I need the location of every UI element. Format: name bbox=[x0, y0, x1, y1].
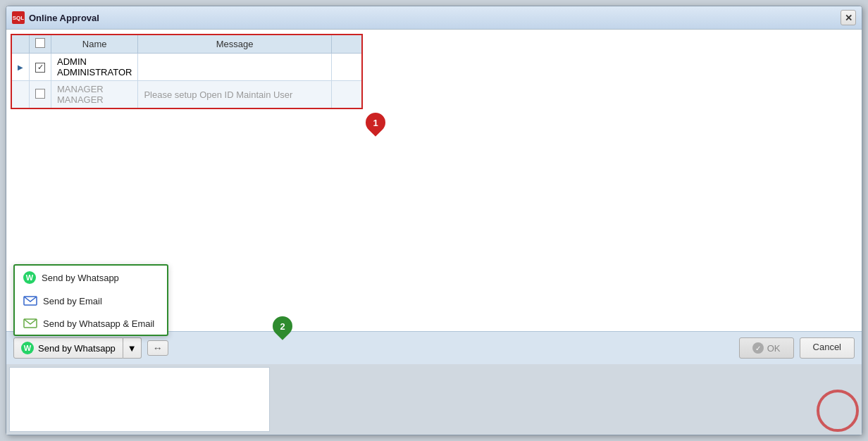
extra-column-header bbox=[331, 35, 362, 54]
resize-handle[interactable]: ↔ bbox=[147, 340, 168, 356]
resize-icon: ↔ bbox=[153, 342, 163, 354]
extra-cell-1 bbox=[331, 54, 362, 81]
extra-cell-2 bbox=[331, 81, 362, 109]
user-table: Name Message ▶ ✓ bbox=[11, 34, 363, 109]
cancel-button[interactable]: Cancel bbox=[800, 337, 855, 359]
dialog-window: SQL Online Approval ✕ Name Message bbox=[6, 6, 862, 435]
window-title: Online Approval bbox=[29, 13, 99, 23]
checkbox-header[interactable] bbox=[30, 35, 51, 54]
dropdown-label-3: Send by Whatsapp & Email bbox=[43, 318, 154, 329]
row-checkbox-2[interactable] bbox=[35, 89, 45, 99]
row-checkbox-1[interactable]: ✓ bbox=[35, 63, 45, 73]
select-all-checkbox[interactable] bbox=[35, 38, 45, 48]
send-button[interactable]: W Send by Whatsapp bbox=[13, 337, 123, 359]
title-bar-left: SQL Online Approval bbox=[12, 11, 99, 24]
red-circle-indicator bbox=[817, 390, 859, 432]
message-cell-1 bbox=[138, 54, 331, 81]
dropdown-item-whatsapp[interactable]: W Send by Whatsapp bbox=[15, 266, 167, 290]
dropdown-item-whatsapp-email[interactable]: Send by Whatsapp & Email bbox=[15, 312, 167, 335]
ok-button[interactable]: ✓ OK bbox=[739, 337, 794, 359]
checkbox-cell-2[interactable] bbox=[30, 81, 51, 109]
dropdown-arrow-button[interactable]: ▼ bbox=[123, 337, 142, 359]
row-indicator-2 bbox=[11, 81, 30, 109]
user-name-text-1: ADMIN ADMINISTRATOR bbox=[57, 56, 132, 77]
content-right-panel bbox=[273, 364, 862, 435]
whatsapp-email-icon-svg bbox=[23, 318, 37, 328]
message-column-header: Message bbox=[138, 35, 331, 54]
content-area bbox=[6, 364, 862, 435]
send-dropdown-menu: W Send by Whatsapp Send by Email bbox=[13, 264, 168, 336]
send-dropdown-wrapper: W Send by Whatsapp Send by Email bbox=[13, 337, 142, 359]
dropdown-item-email[interactable]: Send by Email bbox=[15, 290, 167, 312]
ok-label: OK bbox=[767, 343, 781, 354]
table-section: Name Message ▶ ✓ bbox=[6, 30, 862, 113]
user-name-1: ADMIN ADMINISTRATOR bbox=[51, 54, 138, 81]
user-name-text-2: MANAGER MANAGER bbox=[57, 84, 104, 105]
app-icon: SQL bbox=[12, 11, 25, 24]
whatsapp-main-icon: W bbox=[21, 342, 34, 354]
badge-2-text: 2 bbox=[280, 321, 285, 332]
close-button[interactable]: ✕ bbox=[841, 10, 856, 25]
ok-check-icon: ✓ bbox=[752, 342, 764, 354]
title-bar: SQL Online Approval ✕ bbox=[6, 6, 862, 30]
content-left-panel bbox=[9, 367, 270, 432]
table-row[interactable]: MANAGER MANAGER Please setup Open ID Mai… bbox=[11, 81, 362, 109]
dialog-body: Name Message ▶ ✓ bbox=[6, 30, 862, 435]
chevron-down-icon: ▼ bbox=[128, 343, 137, 354]
table-row[interactable]: ▶ ✓ ADMIN ADMINISTRATOR bbox=[11, 54, 362, 81]
whatsapp-icon-1: W bbox=[23, 271, 36, 284]
dropdown-label-1: Send by Whatsapp bbox=[42, 273, 119, 283]
whatsapp-email-icon bbox=[23, 318, 37, 329]
row-arrow-indicator: ▶ bbox=[11, 54, 30, 81]
cancel-label: Cancel bbox=[813, 342, 841, 352]
email-icon bbox=[23, 295, 37, 306]
user-name-2: MANAGER MANAGER bbox=[51, 81, 138, 109]
dropdown-label-2: Send by Email bbox=[43, 296, 102, 306]
checkbox-cell[interactable]: ✓ bbox=[30, 54, 51, 81]
name-column-header: Name bbox=[51, 35, 138, 54]
send-button-label: Send by Whatsapp bbox=[38, 343, 116, 354]
row-indicator-header bbox=[11, 35, 30, 54]
email-icon-svg bbox=[23, 296, 37, 306]
message-text-2: Please setup Open ID Maintain User bbox=[144, 89, 292, 100]
message-cell-2: Please setup Open ID Maintain User bbox=[138, 81, 331, 109]
badge-1-text: 1 bbox=[373, 118, 378, 128]
bottom-bar: 2 W Send by Whatsapp bbox=[6, 331, 862, 364]
